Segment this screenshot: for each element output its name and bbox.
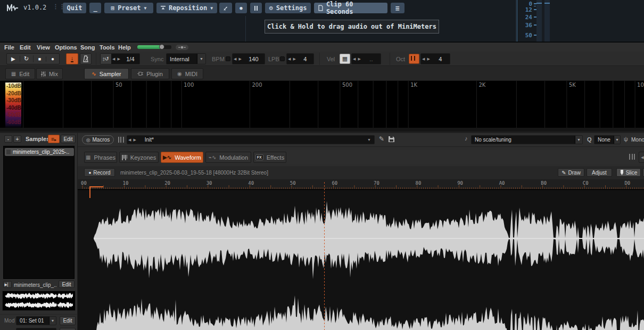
chevron-down-icon[interactable]: ▼ — [49, 317, 56, 325]
spin-right-icon[interactable]: ▶ — [116, 57, 121, 61]
settings-button[interactable]: ⚙ Settings — [265, 3, 311, 13]
sample-list[interactable]: minimeters_clip_2025-.. — [3, 146, 75, 279]
loaded-sample-edit-button[interactable]: Edit — [59, 280, 75, 288]
save-icon[interactable] — [389, 136, 394, 142]
spin-left-icon[interactable]: ◀ — [127, 138, 132, 142]
lpb-field[interactable]: ◀▶ 4 — [286, 53, 314, 64]
waveform-display[interactable] — [78, 189, 644, 330]
tab-effects[interactable]: FX Effects — [253, 152, 286, 163]
waveform-ruler[interactable]: 00102030405060708090A0B0C0D0 — [78, 180, 644, 189]
lpb-checkbox[interactable] — [280, 56, 285, 61]
slice-button[interactable]: Slice — [616, 168, 641, 177]
chevron-down-icon[interactable]: ▼ — [575, 136, 582, 144]
menu-button[interactable]: ≡ — [391, 3, 404, 13]
mod-edit-button[interactable]: Edit — [60, 316, 76, 325]
menu-view[interactable]: View — [37, 44, 50, 51]
pencil-icon: ✎ — [562, 170, 566, 176]
channel-mode-label[interactable]: Mono — [631, 137, 644, 143]
menu-edit[interactable]: Edit — [20, 44, 31, 51]
stop-button[interactable]: ■ — [34, 56, 47, 62]
sample-add-button[interactable]: + — [13, 135, 21, 143]
spin-right-icon[interactable]: ▶ — [132, 138, 137, 142]
reposition-button[interactable]: Reposition ▼ — [156, 3, 217, 13]
tab-sampler[interactable]: ∿ Sampler — [84, 68, 129, 79]
bpm-checkbox[interactable] — [226, 56, 230, 61]
tab-keyzones[interactable]: Keyzones — [119, 152, 159, 163]
tab-label: Sampler — [100, 71, 121, 77]
meter-scale-label: 36 — [519, 22, 532, 29]
ruler-ticks — [78, 180, 644, 189]
sample-record-button[interactable]: ● Record — [84, 168, 115, 177]
quit-button[interactable]: Quit — [63, 3, 86, 13]
tab-plugin[interactable]: Plugin — [131, 68, 169, 79]
mod-set-dropdown[interactable]: 01: Set 01 ▼ — [16, 316, 56, 325]
minimize-button[interactable]: _ — [89, 3, 101, 13]
spin-left-icon[interactable]: ◀ — [352, 57, 357, 61]
octave-piano-button[interactable] — [409, 54, 419, 64]
spin-left-icon[interactable]: ◀ — [421, 57, 426, 61]
scale-dropdown[interactable]: No scale/tuning ▼ — [471, 135, 583, 144]
spin-right-icon[interactable]: ▶ — [292, 57, 296, 61]
vel-field[interactable]: ◀▶ .. — [351, 53, 381, 64]
menu-song[interactable]: Song — [80, 44, 95, 51]
spin-right-icon[interactable]: ▶ — [426, 57, 431, 61]
fx-edit-button-partial[interactable] — [60, 328, 76, 330]
tab-waveform[interactable]: ▶∿ Waveform — [161, 152, 203, 163]
sample-preview-thumbnail[interactable] — [2, 291, 76, 311]
clip-button[interactable]: Clip 60 Seconds — [314, 3, 387, 13]
record-button[interactable]: ● — [235, 3, 247, 13]
sample-list-options-button[interactable]: ≡▸ — [48, 135, 60, 143]
metronome-button[interactable] — [80, 53, 92, 64]
loop-button[interactable]: ↻ — [20, 55, 34, 62]
chevron-down-icon[interactable]: ▼ — [614, 136, 620, 144]
adjust-button[interactable]: Adjust — [587, 168, 612, 177]
pattern-follow-button[interactable]: ↓ — [66, 53, 78, 64]
scopes-button[interactable] — [176, 45, 188, 50]
oct-field[interactable]: ◀▶ 4 — [420, 53, 450, 64]
spin-right-icon[interactable]: ▶ — [357, 57, 361, 61]
meter-peak-right — [544, 3, 550, 4]
quantize-dropdown[interactable]: None ▼ — [594, 135, 621, 144]
tab-modulation[interactable]: ⌁∿ Modulation — [205, 152, 251, 163]
master-volume-slider[interactable] — [137, 45, 171, 49]
spin-left-icon[interactable]: ◀ — [233, 57, 237, 61]
tab-edit[interactable]: ▦ Edit — [5, 68, 35, 79]
step-record-icon[interactable]: ⦂↺ — [101, 54, 111, 64]
bpm-field[interactable]: ◀▶ 140 — [232, 53, 265, 64]
chevron-down-icon[interactable]: ▼ — [197, 54, 205, 64]
preset-edit-icon[interactable]: ✎ — [379, 135, 384, 143]
tab-phrases[interactable]: ▦ Phrases — [84, 152, 117, 163]
pointer-button[interactable] — [219, 3, 232, 13]
macros-button[interactable]: ◎ Macros — [82, 135, 114, 144]
keypad-button[interactable]: ▦ — [340, 54, 350, 64]
volume-knob[interactable] — [159, 44, 164, 50]
chevron-down-icon[interactable]: ▼ — [366, 138, 374, 142]
fx-set-dropdown-partial[interactable] — [16, 328, 56, 330]
preset-button[interactable]: ⊞ Preset ▼ — [104, 3, 153, 13]
waveform-icon: ▶∿ — [163, 154, 171, 160]
sync-dropdown[interactable]: Internal ▼ — [166, 53, 206, 64]
samples-edit-button[interactable]: Edit — [61, 135, 76, 143]
sample-remove-button[interactable]: - — [4, 135, 12, 143]
spin-left-icon[interactable]: ◀ — [287, 57, 292, 61]
record-pattern-button[interactable]: ● — [46, 56, 59, 62]
scroll-left-button-partial[interactable]: ◀ — [639, 152, 644, 163]
step-length-field[interactable]: ◀ ▶ 1/4 — [111, 54, 139, 64]
meter-axis — [517, 0, 517, 42]
sample-play-button[interactable]: ▶▏ — [3, 281, 12, 288]
tab-midi[interactable]: ◉ MIDI — [171, 68, 203, 79]
play-button[interactable]: ▶ — [7, 56, 20, 62]
spin-left-icon[interactable]: ◀ — [111, 57, 116, 61]
menu-help[interactable]: Help — [118, 44, 131, 51]
menu-file[interactable]: File — [4, 44, 14, 51]
pause-button[interactable] — [250, 3, 262, 13]
loop-start-marker[interactable] — [89, 186, 103, 198]
sample-list-item-selected[interactable]: minimeters_clip_2025-.. — [5, 148, 74, 156]
spin-right-icon[interactable]: ▶ — [237, 57, 242, 61]
draw-button[interactable]: ✎ Draw — [558, 168, 584, 177]
tab-mix[interactable]: Mix — [36, 68, 63, 79]
meter-bar-right — [544, 0, 550, 42]
menu-options[interactable]: Options — [55, 44, 77, 51]
menu-tools[interactable]: Tools — [100, 44, 115, 51]
preset-field[interactable]: ◀ ▶ Init* ▼ — [127, 135, 375, 144]
